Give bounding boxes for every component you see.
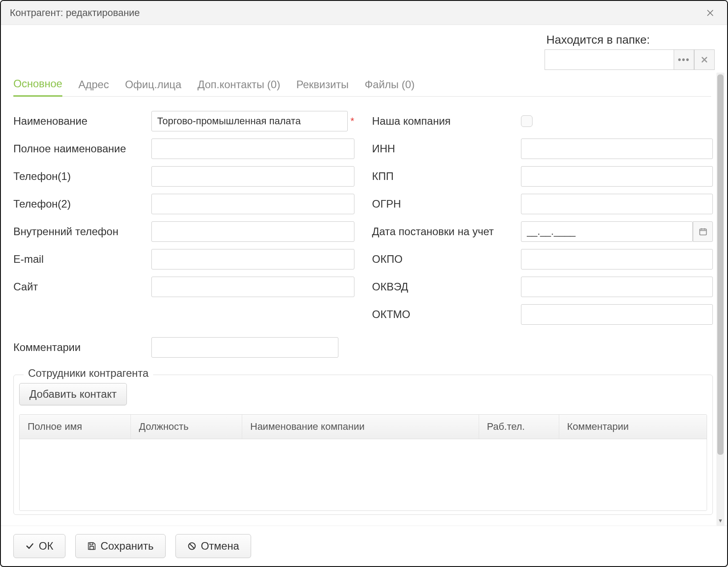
- okpo-input[interactable]: [521, 249, 713, 269]
- row-ogrn: ОГРН: [372, 190, 713, 218]
- close-icon: [706, 8, 715, 17]
- label-phone2: Телефон(2): [13, 198, 151, 210]
- label-int-phone: Внутренний телефон: [13, 225, 151, 238]
- row-phone2: Телефон(2): [13, 190, 354, 218]
- label-comments: Комментарии: [13, 341, 151, 354]
- cancel-button-label: Отмена: [201, 540, 239, 552]
- tab-officials[interactable]: Офиц.лица: [125, 78, 182, 96]
- label-ogrn: ОГРН: [372, 198, 521, 210]
- label-phone1: Телефон(1): [13, 170, 151, 183]
- phone1-input[interactable]: [151, 166, 354, 187]
- label-kpp: КПП: [372, 170, 521, 183]
- ok-button-label: ОК: [39, 540, 53, 552]
- site-input[interactable]: [151, 277, 354, 297]
- label-okpo: ОКПО: [372, 253, 521, 265]
- vertical-scrollbar[interactable]: ▲ ▼: [716, 73, 724, 526]
- row-kpp: КПП: [372, 163, 713, 190]
- tab-requisites[interactable]: Реквизиты: [296, 78, 349, 96]
- row-name: Наименование *: [13, 107, 354, 135]
- folder-block: Находится в папке: •••: [545, 33, 715, 70]
- cancel-icon: [187, 542, 196, 551]
- close-button[interactable]: [702, 7, 718, 19]
- ellipsis-icon: •••: [678, 55, 690, 65]
- titlebar: Контрагент: редактирование: [1, 1, 727, 25]
- row-inn: ИНН: [372, 135, 713, 163]
- label-email: E-mail: [13, 253, 151, 265]
- label-our-company: Наша компания: [372, 115, 521, 127]
- label-site: Сайт: [13, 281, 151, 293]
- reg-date-picker-button[interactable]: [693, 221, 713, 242]
- int-phone-input[interactable]: [151, 221, 354, 242]
- save-icon: [87, 542, 96, 551]
- folder-label: Находится в папке:: [545, 33, 715, 47]
- form-col-right: Наша компания ИНН КПП ОГРН: [372, 107, 713, 328]
- col-full-name[interactable]: Полное имя: [20, 415, 131, 439]
- svg-rect-1: [89, 543, 93, 545]
- folder-input[interactable]: [545, 49, 674, 70]
- ok-button[interactable]: ОК: [13, 534, 65, 558]
- dialog-footer: ОК Сохранить Отмена: [1, 526, 727, 566]
- save-button[interactable]: Сохранить: [75, 534, 166, 558]
- row-okved: ОКВЭД: [372, 273, 713, 301]
- row-oktmo: ОКТМО: [372, 301, 713, 328]
- full-name-input[interactable]: [151, 139, 354, 159]
- tabs: Основное Адрес Офиц.лица Доп.контакты (0…: [13, 73, 711, 97]
- save-button-label: Сохранить: [101, 540, 154, 552]
- clear-icon: [700, 55, 709, 64]
- add-contact-button[interactable]: Добавить контакт: [19, 383, 127, 405]
- comments-input[interactable]: [151, 337, 338, 358]
- col-company[interactable]: Наименование компании: [242, 415, 479, 439]
- check-icon: [25, 542, 34, 551]
- scroll-area[interactable]: Основное Адрес Офиц.лица Доп.контакты (0…: [1, 73, 715, 526]
- row-phone1: Телефон(1): [13, 163, 354, 190]
- svg-rect-0: [700, 229, 706, 235]
- employees-grid: Полное имя Должность Наименование компан…: [19, 414, 707, 511]
- row-reg-date: Дата постановки на учет: [372, 218, 713, 245]
- scroll-down-icon: ▼: [716, 516, 724, 526]
- body-scroll: Основное Адрес Офиц.лица Доп.контакты (0…: [1, 73, 727, 526]
- folder-input-wrap: •••: [545, 49, 715, 70]
- scroll-thumb[interactable]: [717, 74, 724, 455]
- tab-main[interactable]: Основное: [13, 78, 62, 97]
- tab-address[interactable]: Адрес: [78, 78, 109, 96]
- folder-browse-button[interactable]: •••: [674, 49, 694, 70]
- our-company-checkbox[interactable]: [521, 115, 533, 127]
- form-columns: Наименование * Полное наименование Телеф…: [13, 107, 713, 328]
- label-name: Наименование: [13, 115, 151, 127]
- tab-files[interactable]: Файлы (0): [365, 78, 415, 96]
- dialog-window: Контрагент: редактирование Находится в п…: [0, 0, 728, 567]
- label-reg-date: Дата постановки на учет: [372, 225, 521, 238]
- form-col-left: Наименование * Полное наименование Телеф…: [13, 107, 354, 328]
- row-email: E-mail: [13, 245, 354, 273]
- row-our-company: Наша компания: [372, 107, 713, 135]
- label-okved: ОКВЭД: [372, 281, 521, 293]
- col-work-phone[interactable]: Раб.тел.: [479, 415, 559, 439]
- folder-row: Находится в папке: •••: [1, 25, 727, 73]
- grid-header: Полное имя Должность Наименование компан…: [20, 415, 707, 439]
- inn-input[interactable]: [521, 139, 713, 159]
- row-full-name: Полное наименование: [13, 135, 354, 163]
- row-comments: Комментарии: [13, 334, 713, 361]
- window-title: Контрагент: редактирование: [10, 7, 702, 19]
- grid-body[interactable]: [20, 439, 707, 510]
- phone2-input[interactable]: [151, 194, 354, 214]
- label-full-name: Полное наименование: [13, 143, 151, 155]
- row-site: Сайт: [13, 273, 354, 301]
- tab-contacts[interactable]: Доп.контакты (0): [197, 78, 280, 96]
- folder-clear-button[interactable]: [694, 49, 715, 70]
- name-input[interactable]: [151, 111, 348, 131]
- required-mark: *: [350, 115, 354, 127]
- reg-date-input[interactable]: [521, 221, 693, 242]
- oktmo-input[interactable]: [521, 304, 713, 325]
- okved-input[interactable]: [521, 277, 713, 297]
- col-position[interactable]: Должность: [131, 415, 242, 439]
- row-int-phone: Внутренний телефон: [13, 218, 354, 245]
- label-oktmo: ОКТМО: [372, 308, 521, 321]
- employees-fieldset: Сотрудники контрагента Добавить контакт …: [13, 375, 713, 515]
- ogrn-input[interactable]: [521, 194, 713, 214]
- label-inn: ИНН: [372, 143, 521, 155]
- email-input[interactable]: [151, 249, 354, 269]
- col-comments[interactable]: Комментарии: [559, 415, 707, 439]
- kpp-input[interactable]: [521, 166, 713, 187]
- cancel-button[interactable]: Отмена: [175, 534, 251, 558]
